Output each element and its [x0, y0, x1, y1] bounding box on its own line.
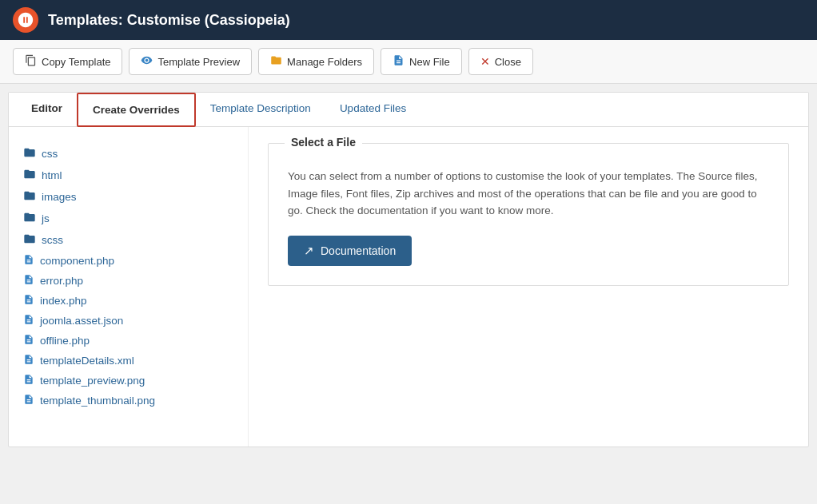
- file-templatedetails-icon: [23, 354, 34, 367]
- list-item[interactable]: joomla.asset.json: [22, 311, 235, 331]
- folder-css-icon: [23, 146, 36, 161]
- folder-html-link[interactable]: html: [42, 169, 62, 181]
- folder-images-link[interactable]: images: [42, 191, 77, 203]
- doc-external-icon: ↗: [304, 244, 314, 258]
- list-item[interactable]: component.php: [22, 251, 235, 271]
- file-template-thumbnail-icon: [23, 394, 34, 407]
- file-component-link[interactable]: component.php: [40, 255, 114, 267]
- main-content: Editor Create Overrides Template Descrip…: [8, 92, 809, 447]
- list-item[interactable]: scss: [22, 229, 235, 251]
- copy-template-label: Copy Template: [42, 56, 110, 68]
- list-item[interactable]: index.php: [22, 291, 235, 311]
- manage-folders-label: Manage Folders: [287, 56, 362, 68]
- select-file-description: You can select from a number of options …: [288, 168, 769, 220]
- file-templatedetails-link[interactable]: templateDetails.xml: [40, 355, 134, 367]
- toolbar: Copy Template Template Preview Manage Fo…: [0, 40, 817, 84]
- folder-scss-icon: [23, 232, 36, 248]
- new-file-button[interactable]: New File: [381, 48, 462, 75]
- tab-updated-files[interactable]: Updated Files: [325, 93, 420, 127]
- folder-js-icon: [23, 211, 36, 226]
- folder-images-icon: [23, 189, 36, 204]
- file-index-icon: [23, 294, 34, 308]
- list-item[interactable]: templateDetails.xml: [22, 351, 235, 371]
- list-item[interactable]: template_preview.png: [22, 371, 235, 391]
- file-component-icon: [23, 254, 34, 268]
- file-offline-icon: [23, 334, 34, 347]
- tabs-bar: Editor Create Overrides Template Descrip…: [9, 93, 808, 127]
- list-item[interactable]: template_thumbnail.png: [22, 391, 235, 411]
- file-template-preview-icon: [23, 374, 34, 387]
- copy-template-button[interactable]: Copy Template: [13, 48, 122, 75]
- select-file-panel: Select a File You can select from a numb…: [249, 127, 808, 446]
- file-icon: [393, 54, 405, 69]
- template-preview-label: Template Preview: [157, 56, 240, 68]
- page-title: Templates: Customise (Cassiopeia): [48, 12, 290, 29]
- file-template-preview-link[interactable]: template_preview.png: [40, 375, 145, 387]
- file-list: css html images js: [9, 127, 249, 446]
- close-icon: ✕: [480, 55, 490, 68]
- file-index-link[interactable]: index.php: [40, 295, 87, 307]
- doc-button-label: Documentation: [321, 244, 396, 257]
- copy-icon: [25, 54, 37, 69]
- select-file-box: Select a File You can select from a numb…: [268, 143, 789, 286]
- list-item[interactable]: offline.php: [22, 331, 235, 351]
- file-offline-link[interactable]: offline.php: [40, 335, 90, 347]
- folder-html-icon: [23, 168, 36, 183]
- manage-folders-button[interactable]: Manage Folders: [258, 48, 374, 75]
- list-item[interactable]: error.php: [22, 271, 235, 291]
- file-error-link[interactable]: error.php: [40, 275, 83, 287]
- list-item[interactable]: html: [22, 165, 235, 186]
- folder-icon: [270, 54, 282, 69]
- template-preview-button[interactable]: Template Preview: [129, 48, 252, 75]
- tab-create-overrides[interactable]: Create Overrides: [77, 93, 196, 127]
- file-error-icon: [23, 274, 34, 288]
- documentation-button[interactable]: ↗ Documentation: [288, 236, 412, 266]
- preview-icon: [141, 54, 153, 69]
- file-template-thumbnail-link[interactable]: template_thumbnail.png: [40, 395, 155, 407]
- close-label: Close: [495, 56, 521, 68]
- folder-css-link[interactable]: css: [42, 148, 58, 160]
- file-joomla-asset-link[interactable]: joomla.asset.json: [40, 315, 123, 327]
- joomla-logo: [13, 7, 38, 33]
- header: Templates: Customise (Cassiopeia): [0, 0, 817, 40]
- content-area: css html images js: [9, 127, 808, 446]
- new-file-label: New File: [409, 56, 450, 68]
- file-joomla-asset-icon: [23, 314, 34, 327]
- folder-scss-link[interactable]: scss: [42, 234, 63, 246]
- list-item[interactable]: images: [22, 186, 235, 208]
- tab-editor[interactable]: Editor: [17, 93, 77, 127]
- tab-template-description[interactable]: Template Description: [196, 93, 325, 127]
- close-button[interactable]: ✕ Close: [468, 48, 533, 75]
- list-item[interactable]: js: [22, 208, 235, 229]
- list-item[interactable]: css: [22, 143, 235, 165]
- folder-js-link[interactable]: js: [42, 212, 50, 224]
- select-file-title: Select a File: [285, 136, 362, 149]
